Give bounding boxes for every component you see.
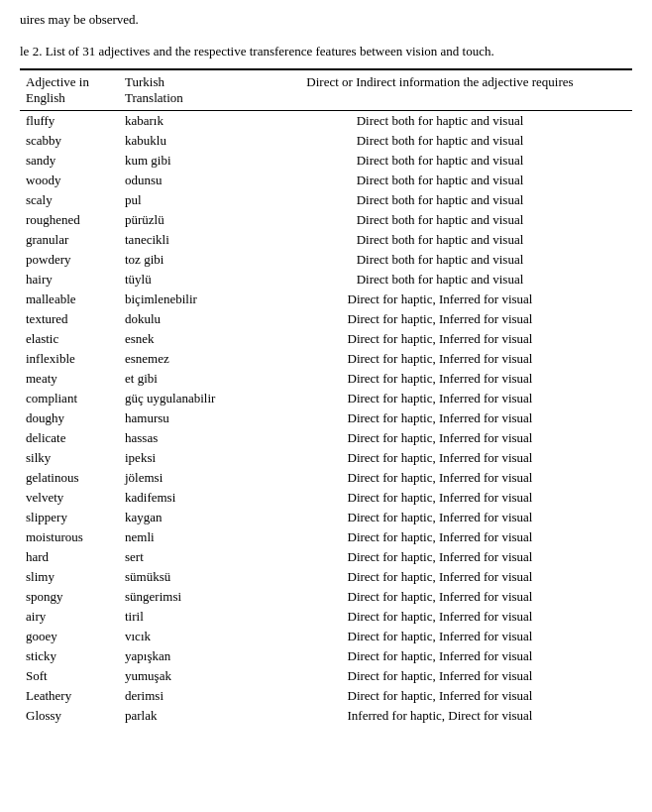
adjective-cell: meaty	[20, 369, 119, 389]
adjectives-table: Adjective in English Turkish Translation…	[20, 68, 632, 726]
table-row: elasticesnekDirect for haptic, Inferred …	[20, 329, 632, 349]
info-cell: Direct both for haptic and visual	[248, 111, 632, 132]
turkish-cell: dokulu	[119, 309, 248, 329]
table-row: silkyipeksiDirect for haptic, Inferred f…	[20, 448, 632, 468]
col-header-info: Direct or Indirect information the adjec…	[248, 69, 632, 111]
table-row: delicatehassasDirect for haptic, Inferre…	[20, 428, 632, 448]
adjective-cell: scabby	[20, 131, 119, 151]
turkish-cell: ipeksi	[119, 448, 248, 468]
adjective-cell: sandy	[20, 151, 119, 171]
turkish-cell: esnek	[119, 329, 248, 349]
turkish-cell: sert	[119, 547, 248, 567]
turkish-cell: kabuklu	[119, 131, 248, 151]
turkish-cell: tüylü	[119, 270, 248, 290]
turkish-cell: hamursu	[119, 408, 248, 428]
info-cell: Direct for haptic, Inferred for visual	[248, 309, 632, 329]
table-caption: le 2. List of 31 adjectives and the resp…	[20, 42, 632, 61]
info-cell: Direct both for haptic and visual	[248, 131, 632, 151]
info-cell: Direct for haptic, Inferred for visual	[248, 468, 632, 488]
table-row: inflexibleesnemezDirect for haptic, Infe…	[20, 349, 632, 369]
table-row: gelatinousjölemsiDirect for haptic, Infe…	[20, 468, 632, 488]
adjective-cell: elastic	[20, 329, 119, 349]
turkish-cell: odunsu	[119, 171, 248, 190]
table-row: woodyodunsuDirect both for haptic and vi…	[20, 171, 632, 190]
turkish-cell: kaygan	[119, 508, 248, 527]
info-cell: Direct for haptic, Inferred for visual	[248, 448, 632, 468]
turkish-cell: yapışkan	[119, 646, 248, 666]
turkish-cell: biçimlenebilir	[119, 290, 248, 309]
adjective-cell: Soft	[20, 666, 119, 686]
intro-text: uires may be observed.	[20, 10, 632, 30]
turkish-cell: süngerimsi	[119, 587, 248, 607]
table-row: hardsertDirect for haptic, Inferred for …	[20, 547, 632, 567]
info-cell: Direct both for haptic and visual	[248, 210, 632, 230]
turkish-cell: pul	[119, 190, 248, 210]
table-row: velvetykadifemsiDirect for haptic, Infer…	[20, 488, 632, 508]
info-cell: Direct for haptic, Inferred for visual	[248, 369, 632, 389]
adjective-cell: slimy	[20, 567, 119, 587]
info-cell: Direct for haptic, Inferred for visual	[248, 646, 632, 666]
info-cell: Direct both for haptic and visual	[248, 151, 632, 171]
adjective-cell: airy	[20, 607, 119, 627]
adjective-cell: textured	[20, 309, 119, 329]
table-row: slimysümüksüDirect for haptic, Inferred …	[20, 567, 632, 587]
turkish-cell: et gibi	[119, 369, 248, 389]
info-cell: Direct both for haptic and visual	[248, 270, 632, 290]
adjective-cell: Glossy	[20, 706, 119, 726]
turkish-cell: derimsi	[119, 686, 248, 706]
table-row: scalypulDirect both for haptic and visua…	[20, 190, 632, 210]
table-row: spongysüngerimsiDirect for haptic, Infer…	[20, 587, 632, 607]
info-cell: Direct for haptic, Inferred for visual	[248, 666, 632, 686]
turkish-cell: tanecikli	[119, 230, 248, 250]
adjective-cell: gelatinous	[20, 468, 119, 488]
table-row: GlossyparlakInferred for haptic, Direct …	[20, 706, 632, 726]
table-row: meatyet gibiDirect for haptic, Inferred …	[20, 369, 632, 389]
turkish-cell: esnemez	[119, 349, 248, 369]
table-row: LeatheryderimsiDirect for haptic, Inferr…	[20, 686, 632, 706]
table-row: moisturousnemliDirect for haptic, Inferr…	[20, 527, 632, 547]
turkish-cell: yumuşak	[119, 666, 248, 686]
info-cell: Direct for haptic, Inferred for visual	[248, 527, 632, 547]
adjective-cell: woody	[20, 171, 119, 190]
turkish-cell: tiril	[119, 607, 248, 627]
info-cell: Direct for haptic, Inferred for visual	[248, 428, 632, 448]
table-row: stickyyapışkanDirect for haptic, Inferre…	[20, 646, 632, 666]
info-cell: Direct for haptic, Inferred for visual	[248, 567, 632, 587]
info-cell: Direct for haptic, Inferred for visual	[248, 587, 632, 607]
table-row: textureddokuluDirect for haptic, Inferre…	[20, 309, 632, 329]
turkish-cell: kum gibi	[119, 151, 248, 171]
adjective-cell: slippery	[20, 508, 119, 527]
table-row: fluffykabarıkDirect both for haptic and …	[20, 111, 632, 132]
table-row: malleablebiçimlenebilirDirect for haptic…	[20, 290, 632, 309]
info-cell: Direct both for haptic and visual	[248, 250, 632, 270]
adjective-cell: roughened	[20, 210, 119, 230]
info-cell: Direct both for haptic and visual	[248, 230, 632, 250]
info-cell: Direct for haptic, Inferred for visual	[248, 329, 632, 349]
info-cell: Direct for haptic, Inferred for visual	[248, 508, 632, 527]
adjective-cell: delicate	[20, 428, 119, 448]
adjective-cell: hard	[20, 547, 119, 567]
info-cell: Direct for haptic, Inferred for visual	[248, 389, 632, 408]
adjective-cell: spongy	[20, 587, 119, 607]
info-cell: Direct for haptic, Inferred for visual	[248, 290, 632, 309]
turkish-cell: vıcık	[119, 627, 248, 646]
table-row: roughenedpürüzlüDirect both for haptic a…	[20, 210, 632, 230]
turkish-cell: nemli	[119, 527, 248, 547]
adjective-cell: velvety	[20, 488, 119, 508]
table-row: sandykum gibiDirect both for haptic and …	[20, 151, 632, 171]
adjective-cell: gooey	[20, 627, 119, 646]
turkish-cell: kabarık	[119, 111, 248, 132]
turkish-cell: jölemsi	[119, 468, 248, 488]
table-row: SoftyumuşakDirect for haptic, Inferred f…	[20, 666, 632, 686]
turkish-cell: toz gibi	[119, 250, 248, 270]
info-cell: Direct for haptic, Inferred for visual	[248, 488, 632, 508]
table-row: gooeyvıcıkDirect for haptic, Inferred fo…	[20, 627, 632, 646]
turkish-cell: güç uygulanabilir	[119, 389, 248, 408]
turkish-cell: kadifemsi	[119, 488, 248, 508]
info-cell: Direct for haptic, Inferred for visual	[248, 349, 632, 369]
adjective-cell: malleable	[20, 290, 119, 309]
adjective-cell: silky	[20, 448, 119, 468]
turkish-cell: hassas	[119, 428, 248, 448]
table-row: slipperykayganDirect for haptic, Inferre…	[20, 508, 632, 527]
table-row: doughyhamursuDirect for haptic, Inferred…	[20, 408, 632, 428]
